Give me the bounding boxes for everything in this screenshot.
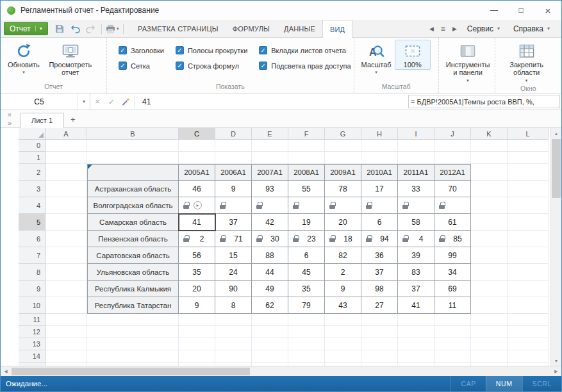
zoom-100-button[interactable]: 100% xyxy=(395,40,431,70)
minimize-button[interactable]: — xyxy=(481,1,508,20)
cell-A2[interactable] xyxy=(45,164,87,181)
cell-H10[interactable]: 27 xyxy=(361,297,398,314)
cell-B9[interactable]: Республика Калмыкия xyxy=(87,281,179,297)
checkbox-formula-row-box[interactable]: ✓ xyxy=(176,61,184,70)
cell-A14[interactable] xyxy=(45,350,87,363)
cell-B12[interactable] xyxy=(87,326,179,338)
row-header-1[interactable]: 1 xyxy=(19,152,45,164)
cancel-entry-button[interactable]: × xyxy=(90,97,104,106)
close-pane-icon[interactable]: × xyxy=(8,111,12,118)
cell-F6[interactable]: 23 xyxy=(288,231,325,247)
cell-C15[interactable] xyxy=(179,363,215,366)
cell-F9[interactable]: 35 xyxy=(288,281,325,297)
confirm-entry-button[interactable]: ✓ xyxy=(104,97,119,106)
cell-F7[interactable]: 6 xyxy=(288,247,325,264)
cell-K13[interactable] xyxy=(471,338,508,350)
tab-view[interactable]: ВИД xyxy=(322,20,352,38)
horizontal-scroll-thumb[interactable] xyxy=(12,368,250,375)
cell-L9[interactable] xyxy=(508,281,549,297)
cell-J4[interactable] xyxy=(434,197,471,214)
col-header-K[interactable]: K xyxy=(471,128,508,140)
cell-D2[interactable]: 2006А1 xyxy=(215,164,252,181)
cell-C2[interactable]: 2005А1 xyxy=(179,164,215,181)
cell-F1[interactable] xyxy=(288,152,325,164)
col-header-H[interactable]: H xyxy=(361,128,398,140)
cell-A10[interactable] xyxy=(45,297,87,314)
cell-L0[interactable] xyxy=(508,140,549,152)
chevron-down-icon[interactable]: ▾ xyxy=(78,94,90,110)
cell-H5[interactable]: 6 xyxy=(361,214,398,231)
cell-E1[interactable] xyxy=(252,152,288,164)
row-header-14[interactable]: 14 xyxy=(19,350,45,363)
undo-button[interactable] xyxy=(69,22,82,35)
cell-I3[interactable]: 33 xyxy=(398,181,434,197)
checkbox-headers[interactable]: ✓Заголовки xyxy=(119,46,164,54)
cell-K3[interactable] xyxy=(471,181,508,197)
cell-B10[interactable]: Республика Татарстан xyxy=(87,297,179,314)
cell-F2[interactable]: 2008А1 xyxy=(288,164,325,181)
tab-list-icon[interactable]: ≡ xyxy=(438,24,449,33)
cell-I7[interactable]: 39 xyxy=(398,247,434,264)
cell-G1[interactable] xyxy=(325,152,361,164)
cell-K7[interactable] xyxy=(471,247,508,264)
cell-A11[interactable] xyxy=(45,314,87,326)
cell-H8[interactable]: 37 xyxy=(361,264,398,281)
col-header-C[interactable]: C xyxy=(179,128,215,140)
col-header-B[interactable]: B xyxy=(87,128,179,140)
row-header-12[interactable]: 12 xyxy=(19,326,45,338)
cell-I11[interactable] xyxy=(398,314,434,326)
cell-E6[interactable]: 30 xyxy=(252,231,288,247)
sheet-tab[interactable]: Лист 1 xyxy=(20,113,64,128)
cell-B7[interactable]: Саратовская область xyxy=(87,247,179,264)
cell-C6[interactable]: 2 xyxy=(179,231,215,247)
cell-I5[interactable]: 58 xyxy=(398,214,434,231)
cell-K0[interactable] xyxy=(471,140,508,152)
cell-J14[interactable] xyxy=(434,350,471,363)
cell-K15[interactable] xyxy=(471,363,508,366)
cell-C5[interactable]: 41 xyxy=(179,214,215,231)
checkbox-scrollbars[interactable]: ✓Полосы прокрутки xyxy=(176,46,247,54)
cell-J12[interactable] xyxy=(434,326,471,338)
checkbox-sheet-tabs[interactable]: ✓Вкладки листов отчета xyxy=(259,46,351,54)
cell-A4[interactable] xyxy=(45,197,87,214)
col-header-L[interactable]: L xyxy=(508,128,549,140)
cell-J0[interactable] xyxy=(434,140,471,152)
cell-E4[interactable] xyxy=(252,197,288,214)
formula-input[interactable]: 41 xyxy=(136,97,407,106)
tab-page-layout[interactable]: РАЗМЕТКА СТРАНИЦЫ xyxy=(131,20,226,37)
zoom-button[interactable]: AМасштаб▾ xyxy=(358,40,395,76)
cell-E8[interactable]: 44 xyxy=(252,264,288,281)
cell-C11[interactable] xyxy=(179,314,215,326)
tab-scroll-right-icon[interactable]: ▶ xyxy=(449,26,460,32)
cell-C12[interactable] xyxy=(179,326,215,338)
cell-E0[interactable] xyxy=(252,140,288,152)
cell-L6[interactable] xyxy=(508,231,549,247)
tools-panels-button[interactable]: Инструменты и панели▾ xyxy=(443,40,493,85)
cell-H13[interactable] xyxy=(361,338,398,350)
cell-H2[interactable]: 2010А1 xyxy=(361,164,398,181)
cell-H11[interactable] xyxy=(361,314,398,326)
cell-C14[interactable] xyxy=(179,350,215,363)
row-header-5[interactable]: 5 xyxy=(19,214,45,231)
checkbox-access-highlight[interactable]: ✓Подсветка прав доступа xyxy=(259,61,351,70)
cell-E7[interactable]: 88 xyxy=(252,247,288,264)
cell-J13[interactable] xyxy=(434,338,471,350)
row-header-3[interactable]: 3 xyxy=(19,181,45,197)
cell-G6[interactable]: 18 xyxy=(325,231,361,247)
cell-C10[interactable]: 9 xyxy=(179,297,215,314)
cell-B6[interactable]: Пензенская область xyxy=(87,231,179,247)
cell-I13[interactable] xyxy=(398,338,434,350)
row-header-6[interactable]: 6 xyxy=(19,231,45,247)
cell-D1[interactable] xyxy=(215,152,252,164)
cell-D0[interactable] xyxy=(215,140,252,152)
cell-K11[interactable] xyxy=(471,314,508,326)
cell-B4[interactable]: Волгоградская область xyxy=(87,197,179,214)
cell-L14[interactable] xyxy=(508,350,549,363)
tab-data[interactable]: ДАННЫЕ xyxy=(277,20,322,37)
cell-F10[interactable]: 79 xyxy=(288,297,325,314)
cell-A0[interactable] xyxy=(45,140,87,152)
cell-I0[interactable] xyxy=(398,140,434,152)
cell-K14[interactable] xyxy=(471,350,508,363)
cell-J8[interactable]: 34 xyxy=(434,264,471,281)
checkbox-scrollbars-box[interactable]: ✓ xyxy=(176,46,184,54)
